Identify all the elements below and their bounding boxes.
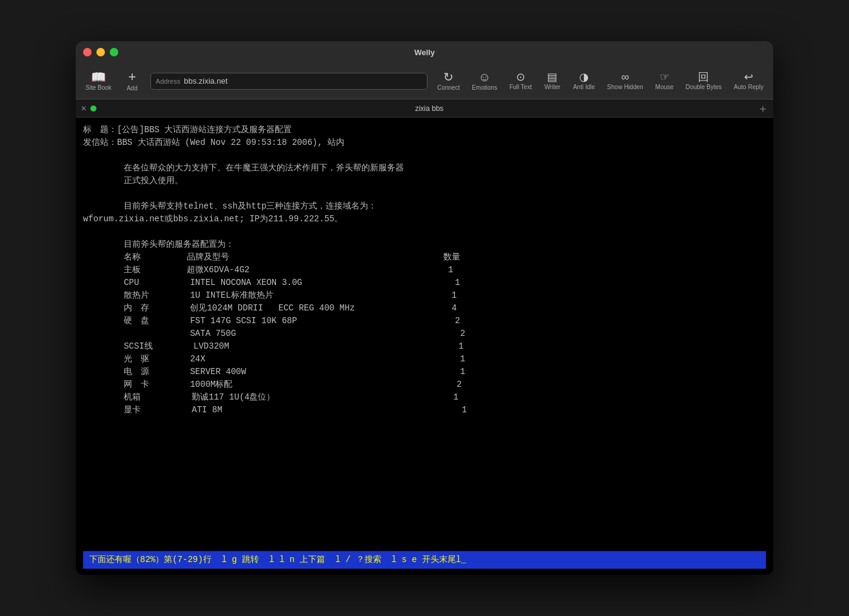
double-bytes-label: Double Bytes: [686, 84, 722, 90]
writer-icon: ▤: [547, 72, 557, 82]
terminal-line-15: 硬 盘 FST 147G SCSI 10K 68P 2: [83, 315, 766, 327]
full-text-label: Full Text: [509, 84, 532, 90]
writer-label: Writer: [545, 84, 560, 90]
site-book-label: Site Book: [86, 84, 112, 91]
address-input[interactable]: [184, 76, 422, 85]
terminal-line-1: 发信站：BBS 大话西游站 (Wed Nov 22 09:53:18 2006)…: [83, 136, 766, 149]
terminal-line-18: 光 驱 24X 1: [83, 353, 766, 366]
emotions-icon: ☺: [478, 71, 491, 83]
auto-reply-icon: ↩: [744, 72, 753, 82]
book-icon: 📖: [91, 71, 106, 83]
terminal-line-17: SCSI线 LVD320M 1: [83, 340, 766, 353]
toolbar-emotions[interactable]: ☺ Emotions: [467, 69, 502, 93]
terminal-line-4: 正式投入使用。: [83, 175, 766, 187]
show-hidden-icon: ∞: [621, 72, 629, 82]
terminal-line-13: 散热片 1U INTEL标准散热片 1: [83, 289, 766, 302]
terminal-line-10: 名称 品牌及型号 数量: [83, 251, 766, 264]
terminal-line-6: 目前斧头帮支持telnet、ssh及http三种连接方式，连接域名为：: [83, 200, 766, 213]
terminal: 标 题：[公告]BBS 大话西游站连接方式及服务器配置 发信站：BBS 大话西游…: [76, 118, 773, 575]
terminal-line-16: SATA 750G 2: [83, 327, 766, 340]
toolbar-double-bytes[interactable]: 回 Double Bytes: [681, 69, 727, 93]
toolbar-add[interactable]: + Add: [119, 68, 146, 94]
toolbar-auto-reply[interactable]: ↩ Auto Reply: [729, 69, 768, 93]
terminal-line-2: [83, 149, 766, 162]
terminal-line-12: CPU INTEL NOCONA XEON 3.0G 1: [83, 276, 766, 289]
toolbar-site-book[interactable]: 📖 Site Book: [81, 69, 116, 93]
mouse-label: Mouse: [656, 84, 674, 90]
mouse-icon: ☞: [660, 72, 669, 82]
toolbar-anti-idle[interactable]: ◑ Anti Idle: [568, 69, 600, 93]
terminal-line-14: 内 存 创见1024M DDRII ECC REG 400 MHz 4: [83, 302, 766, 315]
toolbar: 📖 Site Book + Add Address ↻ Connect ☺ Em…: [76, 63, 773, 99]
close-button[interactable]: [83, 48, 92, 56]
terminal-line-22: 显卡 ATI 8M 1: [83, 404, 766, 417]
terminal-line-0: 标 题：[公告]BBS 大话西游站连接方式及服务器配置: [83, 124, 766, 136]
maximize-button[interactable]: [110, 48, 118, 56]
tab-title[interactable]: zixia bbs: [101, 104, 757, 113]
emotions-label: Emotions: [472, 84, 497, 91]
app-window: Welly 📖 Site Book + Add Address ↻ Connec…: [76, 41, 773, 575]
show-hidden-label: Show Hidden: [607, 84, 643, 90]
terminal-line-7: wforum.zixia.net或bbs.zixia.net; IP为211.9…: [83, 213, 766, 226]
title-bar: Welly: [76, 41, 773, 63]
address-label: Address: [156, 78, 180, 85]
new-tab-button[interactable]: ＋: [757, 101, 768, 116]
terminal-line-8: [83, 226, 766, 238]
terminal-line-19: 电 源 SERVER 400W 1: [83, 366, 766, 378]
terminal-line-21: 机箱 勤诚117 1U(4盘位） 1: [83, 391, 766, 404]
toolbar-full-text[interactable]: ⊙ Full Text: [505, 69, 537, 93]
anti-idle-icon: ◑: [579, 72, 589, 82]
auto-reply-label: Auto Reply: [734, 84, 763, 90]
terminal-content: 标 题：[公告]BBS 大话西游站连接方式及服务器配置 发信站：BBS 大话西游…: [83, 124, 766, 551]
tab-active-indicator: [90, 105, 96, 112]
minimize-button[interactable]: [96, 48, 105, 56]
terminal-line-20: 网 卡 1000M标配 2: [83, 378, 766, 391]
toolbar-connect[interactable]: ↻ Connect: [432, 69, 465, 93]
terminal-line-9: 目前斧头帮的服务器配置为：: [83, 238, 766, 251]
toolbar-show-hidden[interactable]: ∞ Show Hidden: [602, 69, 648, 93]
add-icon: +: [128, 70, 136, 84]
anti-idle-label: Anti Idle: [573, 84, 595, 90]
double-bytes-icon: 回: [698, 72, 709, 82]
tab-close-button[interactable]: ✕: [81, 104, 87, 113]
status-bar: 下面还有喔（82%）第(7-29)行 l g 跳转 l l n 上下篇 l / …: [83, 551, 766, 569]
terminal-line-5: [83, 187, 766, 200]
connect-label: Connect: [437, 84, 460, 91]
toolbar-writer[interactable]: ▤ Writer: [539, 69, 566, 93]
window-title: Welly: [414, 48, 435, 57]
tab-bar: ✕ zixia bbs ＋: [76, 99, 773, 118]
terminal-line-3: 在各位帮众的大力支持下、在牛魔王强大的法术作用下，斧头帮的新服务器: [83, 162, 766, 175]
address-bar[interactable]: Address: [150, 73, 428, 90]
terminal-line-11: 主板 超微X6DVA-4G2 1: [83, 264, 766, 276]
connect-icon: ↻: [443, 71, 454, 83]
full-text-icon: ⊙: [516, 72, 525, 82]
add-label: Add: [127, 85, 138, 92]
toolbar-mouse[interactable]: ☞ Mouse: [651, 69, 679, 93]
traffic-lights: [83, 48, 118, 56]
